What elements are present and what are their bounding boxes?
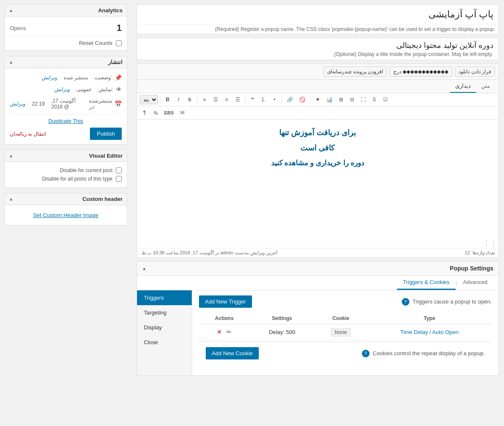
link-btn[interactable]: 🔗 <box>284 95 296 104</box>
editor-tabs: متن دیداری <box>137 80 498 93</box>
insert-more-btn[interactable]: ▼ <box>313 95 323 104</box>
calendar-icon: 📅 <box>115 100 122 107</box>
add-cookie-button[interactable]: Add New Cookie <box>206 347 259 359</box>
add-trigger-button[interactable]: Add New Trigger <box>199 295 252 308</box>
editor-line2: کافی است <box>146 143 490 153</box>
ltr-rtl-btn[interactable]: ⇆ <box>151 108 161 117</box>
publish-title: انتشار <box>108 59 123 65</box>
format-select[interactable]: بند <box>140 95 158 104</box>
visibility-edit-link[interactable]: ویرایش <box>54 86 70 92</box>
custom-header-toggle[interactable]: ▲ <box>9 197 13 201</box>
table-btn[interactable]: ⊟ <box>347 95 357 104</box>
fullscreen-btn[interactable]: ⛶ <box>358 95 368 104</box>
place-download-btn[interactable]: قرار دادن دانلود <box>455 67 495 77</box>
popup-settings-toggle[interactable]: ▲ <box>142 266 146 271</box>
disable-all-label: Disable for all posts of this type <box>42 176 112 182</box>
special1-btn[interactable]: ⊞ <box>336 95 346 104</box>
add-media-btn[interactable]: افزودن پرونده چندرسانه‌ای <box>323 67 387 77</box>
blockquote-btn[interactable]: ❝ <box>247 95 258 104</box>
trigger-edit-btn[interactable]: ✏ <box>225 328 233 336</box>
nav-targeting[interactable]: Targeting <box>137 305 192 320</box>
separator1 <box>160 96 160 103</box>
analytics-toggle[interactable]: ▲ <box>9 8 13 13</box>
published-edit-link[interactable]: ویرایش <box>10 101 25 107</box>
bold-btn[interactable]: B <box>162 95 173 104</box>
th-cookie: Cookie <box>314 313 367 324</box>
trigger-settings-cell: Delay: 500 <box>249 324 314 340</box>
trigger-type-link[interactable]: Time Delay / Auto Open <box>400 329 459 335</box>
editor-line1: برای دریافت آموزش تنها <box>146 128 490 137</box>
editor-body[interactable]: برای دریافت آموزش تنها کافی است دوره را … <box>137 120 498 238</box>
triggers-table-body: ✕ ✏ Delay: 500 None Time D <box>199 324 492 340</box>
opens-label: Opens <box>10 25 26 31</box>
nav-display[interactable]: Display <box>137 320 192 335</box>
spellcheck-btn[interactable]: S <box>369 95 379 104</box>
th-type: Type <box>367 313 492 324</box>
separator4 <box>282 96 282 103</box>
triggers-table-header: Actions Settings Cookie Type <box>199 313 492 324</box>
tab-triggers-cookies[interactable]: Triggers & Cookies <box>397 276 456 290</box>
editor-footer: تعداد واژه‌ها: 12 آخرین ویرایش به‌دست ad… <box>137 248 498 257</box>
visibility-label: نمایش: <box>98 86 113 92</box>
tab-advanced[interactable]: Advanced <box>457 276 493 290</box>
visual-editor-toggle[interactable]: ▲ <box>9 153 13 158</box>
special2-btn[interactable]: ☑ <box>380 95 390 104</box>
last-edited: آخرین ویرایش به‌دست admin در آگوست 17, 2… <box>140 250 277 256</box>
editor-top-toolbar: افزودن پرونده چندرسانه‌ای درج ◆◆◆◆◆◆◆◆◆◆… <box>137 64 498 80</box>
align-left-btn[interactable]: ≡ <box>199 95 210 104</box>
status-edit-link[interactable]: ویرایش <box>42 75 57 81</box>
triggers-info-label: Triggers cause a popup to open. <box>412 298 492 305</box>
cookies-info-icon: ? <box>362 350 370 357</box>
container-title-input[interactable] <box>142 41 493 50</box>
italic-btn[interactable]: I <box>174 95 184 104</box>
published-row: ویرایش 22:19 آگوست 17, 2018 @ منتشرشده د… <box>10 96 122 111</box>
visual-editor-title: Visual Editor <box>89 153 123 159</box>
status-row: ویرایش منتشر شده وضعیت: 📌 <box>10 72 122 83</box>
ebs-btn[interactable]: EBS <box>162 109 176 117</box>
popup-name-inner <box>137 5 498 24</box>
disable-current-checkbox[interactable] <box>116 167 122 173</box>
format-toolbar-row2: ¶ ⇆ EBS ✉ <box>137 106 498 120</box>
disable-all-checkbox[interactable] <box>116 176 122 182</box>
word-count: تعداد واژه‌ها: 12 <box>465 250 495 256</box>
separator5 <box>310 96 311 103</box>
published-date: آگوست 17, 2018 @ <box>51 98 83 110</box>
unlink-btn[interactable]: 🚫 <box>297 95 308 104</box>
publish-toggle[interactable]: ▲ <box>9 60 13 64</box>
visual-editor-content: Disable for current post Disable for all… <box>5 162 127 187</box>
chart-btn[interactable]: 📊 <box>324 95 335 104</box>
insert-btn[interactable]: درج ◆◆◆◆◆◆◆◆◆◆◆◆ <box>389 67 452 77</box>
published-label: منتشرشده در: <box>89 98 112 110</box>
cookies-section: Add New Cookie ? Cookies control the rep… <box>199 342 492 365</box>
ordered-list-btn[interactable]: 1. <box>258 95 269 104</box>
align-justify-btn[interactable]: ☰ <box>232 95 243 104</box>
popup-name-input[interactable] <box>142 7 493 22</box>
set-custom-header-link[interactable]: Set Custom Header Image <box>10 209 122 221</box>
trigger-actions-cell: ✕ ✏ <box>199 324 249 340</box>
trash-link[interactable]: انتقال به زباله‌دان <box>10 131 46 137</box>
visual-editor-header: ▲ Visual Editor <box>5 150 127 162</box>
paragraph-btn[interactable]: ¶ <box>140 108 150 117</box>
nav-close[interactable]: Close <box>137 335 192 350</box>
tab-visual[interactable]: دیداری <box>450 80 476 93</box>
trigger-type-cell: Time Delay / Auto Open <box>367 324 492 340</box>
analytics-title: Analytics <box>98 7 123 14</box>
triggers-nav-sidebar: Triggers Targeting Display Close <box>137 290 192 375</box>
analytics-content: Opens 1 Reset Counts <box>5 17 127 50</box>
duplicate-link[interactable]: Duplicate This <box>10 118 122 124</box>
unordered-list-btn[interactable]: • <box>269 95 280 104</box>
trigger-delete-btn[interactable]: ✕ <box>215 328 224 336</box>
email-btn[interactable]: ✉ <box>177 108 188 117</box>
strikethrough-btn[interactable]: S <box>185 95 195 104</box>
publish-button[interactable]: Publish <box>90 128 122 140</box>
align-right-btn[interactable]: ≡ <box>221 95 232 104</box>
opens-row: Opens 1 <box>10 21 122 36</box>
triggers-info-row: Add New Trigger ? Triggers cause a popup… <box>199 295 492 308</box>
editor-resize-handle[interactable]: ⋮⋮ <box>137 238 498 248</box>
reset-checkbox[interactable] <box>116 40 122 46</box>
trigger-cookie-badge: None <box>331 328 351 337</box>
nav-triggers[interactable]: Triggers <box>137 290 192 305</box>
tab-text[interactable]: متن <box>476 80 495 93</box>
align-center-btn[interactable]: ☰ <box>210 95 221 104</box>
popup-name-hint: .Required) Register a popup name. The CS… <box>137 24 498 34</box>
